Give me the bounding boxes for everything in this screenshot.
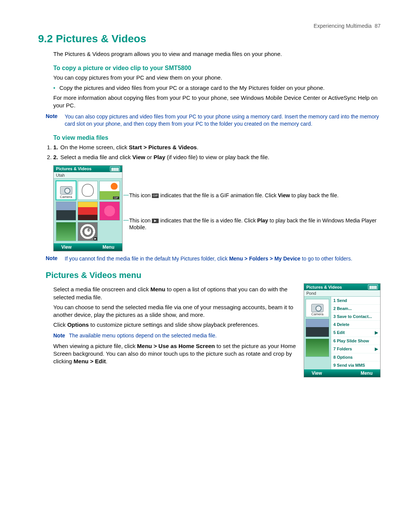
mini-green[interactable] (306, 339, 329, 357)
step-1: 1.On the Home screen, click Start > Pict… (53, 144, 381, 151)
grid-camera[interactable]: Camera (56, 181, 76, 200)
running-header: Experiencing Multimedia 87 (38, 23, 381, 29)
mini-camera[interactable]: Camera (306, 299, 329, 317)
section-title-text: Pictures & Videos (56, 33, 147, 45)
grid-thumb-gif[interactable]: GIF (99, 181, 119, 200)
softkey-menu[interactable]: Menu (102, 244, 114, 250)
figure-1-callouts: This icon GIF indicates that the file is… (129, 165, 381, 249)
phone2-title: Pictures & Videos (306, 285, 342, 289)
task-view-title: To view media files (53, 134, 381, 141)
note-2-text: If you cannot find the media file in the… (65, 255, 352, 262)
grid-thumb-video[interactable]: ▶ (78, 222, 98, 241)
phone2-menu: 1 Send 2 Beam... 3 Save to Contact... 4 … (331, 297, 380, 369)
menu-item-edit[interactable]: 5 Edit▶ (331, 329, 380, 337)
phone1-grid: Camera GIF ▶ (54, 179, 122, 243)
camera-icon (311, 304, 323, 312)
battery-icon: ▮▮▮▮ (110, 166, 120, 171)
phone2-folder: Pond (304, 290, 380, 297)
task-copy-title: To copy a picture or video clip to your … (53, 65, 381, 72)
copy-p2: For more information about copying files… (53, 94, 381, 110)
section-number: 9.2 (38, 33, 53, 45)
intro-paragraph: The Pictures & Videos program allows you… (53, 50, 381, 58)
camera-icon (60, 186, 72, 195)
menu-item-folders[interactable]: 7 Folders▶ (331, 345, 380, 353)
phone-mock-1: Pictures & Videos ▮▮▮▮ Utah Camera GIF ▶… (53, 165, 123, 251)
callout-gif: This icon GIF indicates that the file is… (129, 192, 381, 199)
menu-item-save-contact[interactable]: 3 Save to Contact... (331, 313, 380, 321)
menu-item-send-mms[interactable]: 9 Send via MMS (331, 361, 380, 369)
video-icon: ▶ (152, 219, 159, 223)
section-heading: 9.2 Pictures & Videos (38, 33, 381, 45)
phone1-folder: Utah (54, 172, 122, 179)
gif-icon: GIF (152, 193, 159, 198)
menu-heading: Pictures & Videos menu (46, 270, 381, 280)
note-2: Note If you cannot find the media file i… (46, 255, 381, 262)
note-1-label: Note (46, 113, 60, 128)
grid-thumb-flower[interactable] (99, 201, 119, 220)
menu-item-send[interactable]: 1 Send (331, 297, 380, 305)
phone1-title: Pictures & Videos (56, 166, 91, 171)
grid-thumb-green[interactable] (56, 222, 76, 241)
mini-lake[interactable] (306, 319, 329, 337)
grid-thumb-lake[interactable] (56, 201, 76, 220)
menu-p1: Select a media file onscreen and click M… (53, 286, 298, 301)
note-1-text: You can also copy pictures and video fil… (65, 113, 381, 128)
phone-mock-2: Pictures & Videos ▮▮▮▮ Pond Camera 1 Sen… (304, 283, 381, 377)
battery-icon: ▮▮▮▮ (368, 284, 378, 289)
note-1: Note You can also copy pictures and vide… (46, 113, 381, 128)
note-2-label: Note (46, 255, 60, 262)
running-title: Experiencing Multimedia (314, 23, 372, 29)
menu-item-options[interactable]: 8 Options (331, 353, 380, 361)
menu-p3: Click Options to customize picture setti… (53, 321, 298, 329)
menu-item-slideshow[interactable]: 6 Play Slide Show (331, 337, 380, 345)
softkey-view[interactable]: View (61, 244, 72, 250)
callout-video: This icon ▶ indicates that the file is a… (129, 217, 381, 231)
chevron-right-icon: ▶ (375, 330, 378, 335)
softkey-menu[interactable]: Menu (361, 371, 373, 376)
step-2: 2.Select a media file and click View or … (53, 153, 381, 161)
copy-bullet-1: Copy the pictures and video files from y… (53, 84, 381, 92)
grid-thumb-sketch[interactable] (78, 181, 98, 200)
note-3: NoteThe available menu options depend on… (53, 332, 298, 339)
menu-item-beam[interactable]: 2 Beam... (331, 305, 380, 313)
softkey-view[interactable]: View (312, 371, 322, 376)
figure-2: Pictures & Videos ▮▮▮▮ Pond Camera 1 Sen… (304, 283, 381, 377)
page-number: 87 (374, 23, 381, 29)
phone2-thumbs: Camera (304, 297, 331, 369)
menu-p4: When viewing a picture file, click Menu … (53, 342, 298, 366)
grid-thumb-sunset[interactable] (78, 201, 98, 220)
menu-p2: You can choose to send the selected medi… (53, 304, 298, 319)
video-badge-icon: ▶ (94, 237, 97, 240)
figure-1: Pictures & Videos ▮▮▮▮ Utah Camera GIF ▶… (53, 165, 381, 251)
copy-p1: You can copy pictures from your PC and v… (53, 74, 381, 81)
menu-item-delete[interactable]: 4 Delete (331, 321, 380, 329)
chevron-right-icon: ▶ (375, 347, 378, 351)
gif-badge-icon: GIF (113, 197, 119, 199)
